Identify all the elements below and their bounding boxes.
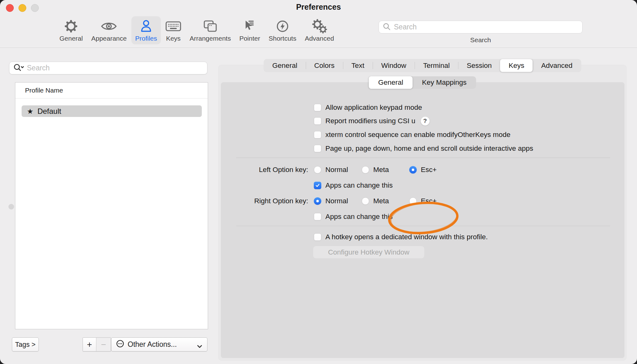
checkbox-label: Page up, page down, home and end scroll … bbox=[325, 144, 533, 153]
splitter-handle[interactable] bbox=[8, 204, 14, 210]
left-option-normal: Normal bbox=[314, 165, 348, 174]
titlebar: Preferences bbox=[0, 0, 637, 14]
toolbar-label-profiles: Profiles bbox=[135, 35, 157, 42]
toolbar-label-keys: Keys bbox=[166, 35, 181, 42]
profile-search-field[interactable] bbox=[9, 62, 207, 74]
left-option-meta: Meta bbox=[362, 165, 389, 174]
tab-window[interactable]: Window bbox=[373, 59, 415, 72]
checkbox-label: A hotkey opens a dedicated window with t… bbox=[325, 233, 488, 241]
radio-label: Esc+ bbox=[421, 197, 437, 205]
toolbar-search-input[interactable] bbox=[394, 23, 569, 31]
right-option-key-label: Right Option key: bbox=[221, 197, 308, 205]
profile-list-header: Profile Name bbox=[15, 83, 208, 99]
divider bbox=[236, 158, 610, 158]
window-title: Preferences bbox=[0, 0, 637, 12]
toolbar-item-arrangements[interactable]: Arrangements bbox=[186, 16, 235, 44]
subtab-general[interactable]: General bbox=[369, 76, 413, 89]
profile-row-default[interactable]: ★ Default bbox=[22, 105, 202, 117]
toolbar-item-profiles[interactable]: Profiles bbox=[131, 16, 161, 44]
radio-label: Normal bbox=[325, 166, 348, 174]
profile-search-input[interactable] bbox=[27, 64, 196, 72]
checkbox-csi-u[interactable] bbox=[314, 117, 321, 125]
toolbar-label-arrangements: Arrangements bbox=[190, 35, 231, 42]
radio-right-normal[interactable] bbox=[314, 197, 321, 205]
toolbar-label-shortcuts: Shortcuts bbox=[268, 35, 296, 42]
keys-subtabs: General Key Mappings bbox=[369, 76, 476, 89]
checkbox-row-page-scroll: Page up, page down, home and end scroll … bbox=[314, 144, 533, 153]
checkmark-icon bbox=[315, 183, 320, 188]
subtab-key-mappings[interactable]: Key Mappings bbox=[413, 76, 476, 89]
search-icon bbox=[383, 23, 391, 32]
other-actions-label: Other Actions... bbox=[128, 340, 177, 349]
preferences-toolbar: General Appearance Profiles Keys bbox=[0, 14, 637, 48]
toolbar-item-shortcuts[interactable]: Shortcuts bbox=[265, 16, 300, 44]
left-option-key-label: Left Option key: bbox=[221, 166, 308, 174]
chevron-down-icon bbox=[196, 342, 203, 351]
minimize-button[interactable] bbox=[18, 4, 26, 12]
preferences-window: Preferences General Appearance Profiles bbox=[0, 0, 637, 364]
radio-left-normal[interactable] bbox=[314, 166, 321, 174]
toolbar-item-keys[interactable]: Keys bbox=[162, 16, 185, 44]
configure-hotkey-window-button: Configure Hotkey Window bbox=[313, 246, 425, 259]
hotkey-row: A hotkey opens a dedicated window with t… bbox=[314, 232, 488, 242]
radio-label: Meta bbox=[373, 197, 389, 205]
radio-left-meta[interactable] bbox=[362, 166, 369, 174]
help-button[interactable]: ? bbox=[420, 116, 430, 126]
checkbox-keypad[interactable] bbox=[314, 104, 321, 111]
checkbox-label: Allow application keypad mode bbox=[325, 104, 422, 112]
star-icon: ★ bbox=[27, 107, 33, 115]
toolbar-label-pointer: Pointer bbox=[239, 35, 260, 42]
toolbar-item-appearance[interactable]: Appearance bbox=[88, 16, 130, 44]
bolt-circle-icon bbox=[276, 19, 289, 34]
checkbox-left-apps-change[interactable] bbox=[314, 182, 321, 189]
search-menu-icon[interactable] bbox=[13, 63, 24, 73]
tab-keys[interactable]: Keys bbox=[500, 59, 533, 72]
toolbar-item-advanced[interactable]: Advanced bbox=[301, 16, 338, 44]
toolbar-label-appearance: Appearance bbox=[91, 35, 127, 42]
other-actions-button[interactable]: Other Actions... bbox=[111, 337, 207, 351]
toolbar-search-field[interactable] bbox=[379, 21, 583, 33]
add-profile-button[interactable]: + bbox=[83, 338, 96, 351]
tab-text[interactable]: Text bbox=[343, 59, 373, 72]
keys-general-content: Allow application keypad mode Report mod… bbox=[221, 82, 624, 358]
radio-label: Normal bbox=[325, 197, 348, 205]
radio-label: Esc+ bbox=[421, 166, 437, 174]
tab-advanced[interactable]: Advanced bbox=[533, 59, 581, 72]
profile-name: Default bbox=[38, 107, 61, 116]
eye-icon bbox=[101, 19, 117, 34]
cursor-icon bbox=[243, 19, 256, 34]
tab-colors[interactable]: Colors bbox=[306, 59, 343, 72]
tab-session[interactable]: Session bbox=[458, 59, 500, 72]
toolbar-item-pointer[interactable]: Pointer bbox=[236, 16, 264, 44]
add-remove-group: + − bbox=[83, 337, 111, 351]
checkbox-label: Report modifiers using CSI u bbox=[325, 117, 415, 125]
tab-general[interactable]: General bbox=[264, 59, 306, 72]
radio-left-esc[interactable] bbox=[409, 166, 417, 174]
checkbox-label: xterm control sequence can enable modify… bbox=[325, 131, 511, 139]
checkbox-row-modifyotherkeys: xterm control sequence can enable modify… bbox=[314, 130, 511, 139]
radio-right-esc[interactable] bbox=[409, 197, 417, 205]
right-option-normal: Normal bbox=[314, 196, 348, 206]
checkbox-page-scroll[interactable] bbox=[314, 145, 321, 152]
tab-terminal[interactable]: Terminal bbox=[415, 59, 458, 72]
checkbox-hotkey-window[interactable] bbox=[314, 233, 321, 241]
gear-icon bbox=[64, 19, 78, 34]
toolbar-search-caption: Search bbox=[379, 36, 583, 44]
checkbox-right-apps-change[interactable] bbox=[314, 213, 321, 220]
divider bbox=[236, 226, 610, 226]
radio-right-meta[interactable] bbox=[362, 197, 369, 205]
remove-profile-button: − bbox=[96, 338, 111, 351]
right-apps-can-change-row: Apps can change this bbox=[314, 212, 393, 221]
radio-label: Meta bbox=[373, 166, 389, 174]
keyboard-icon bbox=[166, 19, 181, 34]
right-option-meta: Meta bbox=[362, 196, 389, 206]
tags-button[interactable]: Tags > bbox=[12, 337, 39, 351]
right-option-esc: Esc+ bbox=[409, 196, 437, 206]
checkbox-modifyotherkeys[interactable] bbox=[314, 131, 321, 139]
close-button[interactable] bbox=[6, 4, 14, 12]
checkbox-label: Apps can change this bbox=[325, 181, 393, 190]
profile-tabs: General Colors Text Window Terminal Sess… bbox=[264, 59, 581, 72]
toolbar-label-advanced: Advanced bbox=[305, 35, 334, 42]
left-option-esc: Esc+ bbox=[409, 165, 437, 174]
toolbar-item-general[interactable]: General bbox=[56, 16, 87, 44]
